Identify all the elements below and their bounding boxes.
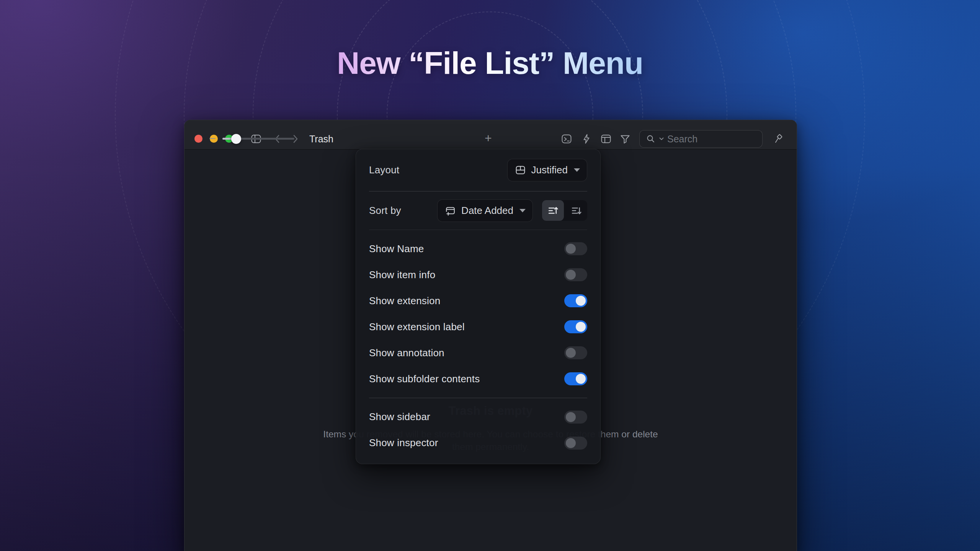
show-item-info-toggle[interactable] bbox=[564, 268, 587, 281]
sort-value: Date Added bbox=[461, 205, 513, 217]
search-field[interactable] bbox=[639, 130, 763, 148]
show-extension-label-toggle[interactable] bbox=[564, 320, 587, 333]
justified-layout-icon bbox=[514, 164, 526, 176]
menu-row: Show extension bbox=[369, 288, 587, 314]
zoom-out-button[interactable]: − bbox=[209, 133, 216, 144]
sort-descending-icon bbox=[570, 205, 582, 217]
sort-ascending-button[interactable] bbox=[542, 200, 564, 221]
date-added-icon bbox=[444, 205, 456, 217]
toggle-knob bbox=[566, 348, 576, 358]
toggle-knob bbox=[566, 270, 576, 280]
show-extension-toggle[interactable] bbox=[564, 294, 587, 307]
search-magnifier-icon bbox=[646, 134, 656, 144]
toggle-knob bbox=[576, 296, 586, 306]
terminal-icon[interactable] bbox=[561, 133, 572, 145]
window-toolbar: Trash − + bbox=[185, 120, 797, 150]
toggle-knob bbox=[576, 322, 586, 332]
menu-row: Show item info bbox=[369, 262, 587, 288]
search-scope-chevron-icon[interactable] bbox=[659, 137, 664, 141]
toggle-label: Show inspector bbox=[369, 437, 438, 449]
layout-row: Layout Justified bbox=[369, 149, 587, 191]
layout-value: Justified bbox=[531, 164, 568, 176]
menu-row: Show sidebar bbox=[369, 404, 587, 430]
zoom-slider-knob[interactable] bbox=[231, 134, 241, 144]
panel-toggles-section: Show sidebar Show inspector bbox=[369, 398, 587, 462]
show-annotation-toggle[interactable] bbox=[564, 346, 587, 359]
menu-row: Show subfolder contents bbox=[369, 366, 587, 392]
sort-descending-button[interactable] bbox=[565, 200, 587, 221]
filter-funnel-icon[interactable] bbox=[619, 133, 631, 145]
sort-row: Sort by Date Added bbox=[369, 192, 587, 230]
menu-row: Show annotation bbox=[369, 340, 587, 366]
file-list-menu: Layout Justified Sort by bbox=[356, 149, 601, 464]
close-window-button[interactable] bbox=[194, 135, 203, 143]
chevron-down-icon bbox=[574, 168, 580, 172]
toggle-knob bbox=[566, 438, 576, 448]
sort-ascending-icon bbox=[547, 205, 559, 217]
show-subfolder-contents-toggle[interactable] bbox=[564, 372, 587, 385]
show-name-toggle[interactable] bbox=[564, 242, 587, 255]
zoom-in-button[interactable]: + bbox=[485, 132, 492, 144]
view-toggles-section: Show Name Show item info Show extension … bbox=[369, 230, 587, 398]
search-input[interactable] bbox=[667, 134, 756, 145]
hero-banner: New “File List” Menu bbox=[0, 45, 980, 81]
sort-by-label: Sort by bbox=[369, 205, 401, 217]
sort-select-button[interactable]: Date Added bbox=[437, 199, 533, 222]
menu-row: Show extension label bbox=[369, 314, 587, 340]
menu-row: Show inspector bbox=[369, 430, 587, 456]
toggle-knob bbox=[566, 412, 576, 422]
app-window: Trash − + bbox=[184, 120, 797, 551]
pin-icon[interactable] bbox=[773, 133, 784, 145]
show-inspector-toggle[interactable] bbox=[564, 437, 587, 450]
menu-row: Show Name bbox=[369, 236, 587, 262]
toggle-knob bbox=[576, 374, 586, 384]
window-layout-icon[interactable] bbox=[600, 133, 612, 145]
page-title: New “File List” Menu bbox=[337, 45, 643, 81]
layout-select-button[interactable]: Justified bbox=[507, 159, 587, 181]
bolt-icon[interactable] bbox=[581, 133, 592, 145]
chevron-down-icon bbox=[519, 209, 526, 212]
toggle-label: Show extension bbox=[369, 295, 440, 307]
toggle-label: Show Name bbox=[369, 243, 424, 255]
layout-label: Layout bbox=[369, 164, 399, 176]
toggle-knob bbox=[566, 244, 576, 254]
toggle-label: Show annotation bbox=[369, 347, 444, 359]
toggle-label: Show subfolder contents bbox=[369, 373, 480, 385]
sort-direction-segmented-control bbox=[542, 200, 587, 221]
toggle-label: Show item info bbox=[369, 269, 435, 281]
window-title: Trash bbox=[309, 133, 333, 145]
toggle-label: Show extension label bbox=[369, 321, 465, 333]
toggle-label: Show sidebar bbox=[369, 411, 430, 423]
show-sidebar-toggle[interactable] bbox=[564, 411, 587, 424]
